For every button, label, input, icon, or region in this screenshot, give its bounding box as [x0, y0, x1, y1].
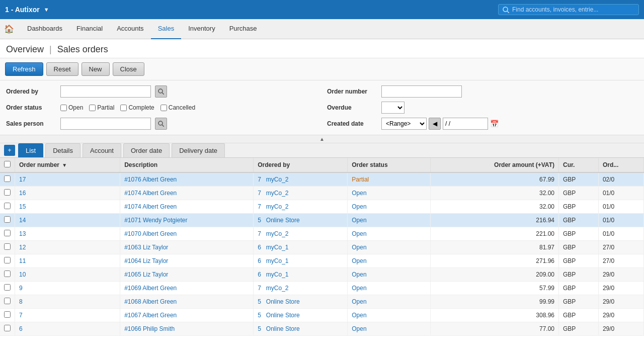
row-select-checkbox[interactable] [4, 203, 11, 209]
col-header-order-status[interactable]: Order status [348, 158, 431, 172]
sales-person-search-btn[interactable] [155, 118, 167, 130]
description-link[interactable]: #1068 Albert Green [124, 298, 177, 305]
ordered-by-num-link[interactable]: 7 [258, 285, 261, 292]
status-complete-input[interactable] [120, 105, 127, 111]
row-order-number[interactable]: 12 [15, 241, 120, 254]
order-number-link[interactable]: 8 [19, 298, 23, 305]
ordered-by-num-link[interactable]: 6 [258, 271, 261, 278]
ordered-by-co-link[interactable]: myCo_2 [266, 176, 289, 183]
select-all-checkbox[interactable] [4, 161, 11, 167]
ordered-by-num-link[interactable]: 7 [258, 203, 261, 210]
calendar-icon[interactable]: 📅 [490, 120, 499, 128]
reset-button[interactable]: Reset [46, 62, 78, 76]
ordered-by-co-link[interactable]: myCo_1 [266, 244, 289, 251]
date-range-select[interactable]: <Range> Today This week This month [381, 118, 427, 130]
order-number-link[interactable]: 11 [19, 257, 26, 264]
row-order-number[interactable]: 15 [15, 200, 120, 214]
row-select-checkbox[interactable] [4, 284, 11, 291]
col-header-ordered-by[interactable]: Ordered by [254, 158, 348, 172]
ordered-by-co-link[interactable]: myCo_2 [266, 203, 289, 210]
app-title-area[interactable]: 1 - Autixor ▼ [5, 6, 49, 14]
col-header-ord-date[interactable]: Ord... [598, 158, 643, 172]
tab-details[interactable]: Details [45, 143, 80, 157]
col-header-order-number[interactable]: Order number ▼ [15, 158, 120, 172]
description-link[interactable]: #1074 Albert Green [124, 190, 177, 197]
ordered-by-co-link[interactable]: myCo_2 [266, 285, 289, 292]
ordered-by-input[interactable] [60, 85, 151, 98]
ordered-by-num-link[interactable]: 5 [258, 217, 261, 224]
table-row[interactable]: 13 #1070 Albert Green 7 myCo_2 Open 221.… [0, 227, 644, 241]
date-prev-btn[interactable]: ◀ [429, 118, 441, 130]
sales-person-input[interactable] [60, 118, 151, 130]
ordered-by-num-link[interactable]: 6 [258, 257, 261, 264]
description-link[interactable]: #1074 Albert Green [124, 203, 177, 210]
table-row[interactable]: 17 #1076 Albert Green 7 myCo_2 Partial 6… [0, 172, 644, 187]
ordered-by-co-link[interactable]: Online Store [266, 325, 300, 332]
description-link[interactable]: #1063 Liz Taylor [124, 244, 168, 251]
description-link[interactable]: #1066 Philip Smith [124, 325, 175, 332]
ordered-by-co-link[interactable]: Online Store [266, 312, 300, 319]
status-open-checkbox[interactable]: Open [60, 104, 83, 111]
order-number-link[interactable]: 7 [19, 312, 23, 319]
order-number-link[interactable]: 12 [19, 244, 26, 251]
description-link[interactable]: #1065 Liz Taylor [124, 271, 168, 278]
table-row[interactable]: 9 #1069 Albert Green 7 myCo_2 Open 57.99… [0, 282, 644, 295]
table-row[interactable]: 15 #1074 Albert Green 7 myCo_2 Open 32.0… [0, 200, 644, 214]
row-select-checkbox[interactable] [4, 230, 11, 236]
ordered-by-co-link[interactable]: Online Store [266, 298, 300, 305]
row-select-checkbox[interactable] [4, 270, 11, 277]
ordered-by-search-btn[interactable] [155, 85, 167, 98]
status-partial-checkbox[interactable]: Partial [89, 104, 114, 111]
ordered-by-co-link[interactable]: myCo_2 [266, 190, 289, 197]
ordered-by-co-link[interactable]: myCo_1 [266, 257, 289, 264]
description-link[interactable]: #1071 Wendy Potgieter [124, 217, 187, 224]
order-number-input[interactable] [381, 85, 462, 98]
row-order-number[interactable]: 10 [15, 268, 120, 282]
status-cancelled-input[interactable] [160, 105, 167, 111]
col-header-description[interactable]: Description [120, 158, 254, 172]
order-number-link[interactable]: 15 [19, 203, 26, 210]
table-row[interactable]: 10 #1065 Liz Taylor 6 myCo_1 Open 209.00… [0, 268, 644, 282]
row-order-number[interactable]: 8 [15, 295, 120, 309]
nav-accounts[interactable]: Accounts [110, 19, 150, 39]
ordered-by-co-link[interactable]: myCo_2 [266, 230, 289, 237]
refresh-button[interactable]: Refresh [5, 62, 43, 76]
global-search[interactable]: Find accounts, invoices, entrie... [498, 4, 639, 15]
table-row[interactable]: 16 #1074 Albert Green 7 myCo_2 Open 32.0… [0, 187, 644, 200]
table-row[interactable]: 7 #1067 Albert Green 5 Online Store Open… [0, 309, 644, 322]
ordered-by-num-link[interactable]: 5 [258, 298, 261, 305]
table-row[interactable]: 14 #1071 Wendy Potgieter 5 Online Store … [0, 214, 644, 227]
tab-delivery-date[interactable]: Delivery date [172, 143, 225, 157]
order-number-link[interactable]: 13 [19, 230, 26, 237]
table-row[interactable]: 12 #1063 Liz Taylor 6 myCo_1 Open 81.97 … [0, 241, 644, 254]
description-link[interactable]: #1070 Albert Green [124, 230, 177, 237]
table-row[interactable]: 6 #1066 Philip Smith 5 Online Store Open… [0, 322, 644, 336]
nav-sales[interactable]: Sales [151, 19, 182, 39]
col-header-currency[interactable]: Cur. [558, 158, 598, 172]
description-link[interactable]: #1064 Liz Taylor [124, 257, 168, 264]
date-value-input[interactable] [443, 118, 488, 130]
row-order-number[interactable]: 13 [15, 227, 120, 241]
table-row[interactable]: 11 #1064 Liz Taylor 6 myCo_1 Open 271.96… [0, 254, 644, 268]
nav-purchase[interactable]: Purchase [222, 19, 264, 39]
ordered-by-co-link[interactable]: myCo_1 [266, 271, 289, 278]
ordered-by-num-link[interactable]: 5 [258, 312, 261, 319]
order-number-link[interactable]: 16 [19, 190, 26, 197]
status-complete-checkbox[interactable]: Complete [120, 104, 154, 111]
row-order-number[interactable]: 16 [15, 187, 120, 200]
order-number-link[interactable]: 14 [19, 217, 26, 224]
app-dropdown-icon[interactable]: ▼ [44, 7, 49, 13]
col-header-order-amount[interactable]: Order amount (+VAT) [430, 158, 558, 172]
status-open-input[interactable] [60, 105, 67, 111]
order-number-link[interactable]: 17 [19, 176, 26, 183]
ordered-by-num-link[interactable]: 7 [258, 230, 261, 237]
row-select-checkbox[interactable] [4, 311, 11, 318]
status-partial-input[interactable] [89, 105, 96, 111]
close-button[interactable]: Close [113, 62, 144, 76]
row-order-number[interactable]: 7 [15, 309, 120, 322]
row-select-checkbox[interactable] [4, 216, 11, 223]
ordered-by-num-link[interactable]: 7 [258, 190, 261, 197]
overdue-select[interactable]: Yes No [381, 102, 405, 114]
row-select-checkbox[interactable] [4, 325, 11, 331]
row-select-checkbox[interactable] [4, 243, 11, 250]
